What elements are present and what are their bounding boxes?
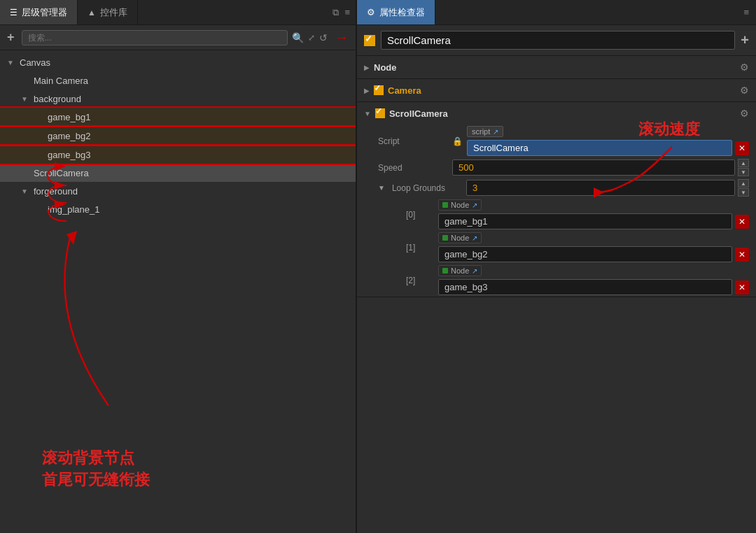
loop-index-0: [0]	[406, 210, 434, 220]
tree-arrow-background: ▼	[21, 95, 31, 103]
prop-loop-label: Loop Grounds	[392, 183, 462, 193]
loop-value-input-2[interactable]	[438, 279, 732, 295]
section-camera-gear[interactable]: ⚙	[740, 85, 749, 96]
speed-spin-up[interactable]: ▲	[738, 159, 749, 167]
tab-inspector[interactable]: ⚙ 属性检查器	[357, 0, 435, 24]
speed-value-input[interactable]	[452, 159, 735, 176]
tab-inspector-label: 属性检查器	[379, 6, 425, 19]
tree-item-canvas[interactable]: ▼ Canvas	[0, 53, 356, 71]
expand-icon[interactable]: ⤢	[308, 33, 315, 43]
loop-grounds-input[interactable]	[466, 180, 735, 196]
tree-label-bg3: game_bg3	[48, 150, 90, 160]
search-input[interactable]	[22, 30, 288, 45]
tree-label-img-plane: img_plane_1	[48, 204, 99, 215]
tab-hierarchy[interactable]: ☰ 层级管理器	[0, 0, 78, 24]
section-scrollcamera-header[interactable]: ▼ ScrollCamera ⚙	[357, 102, 756, 125]
node-dot-2	[442, 268, 448, 273]
tree-item-background[interactable]: ▼ background	[0, 90, 356, 108]
tree-label-scrollcamera: ScrollCamera	[34, 168, 89, 178]
loop-item-0-value: Node ↗ ✕	[438, 199, 749, 229]
node-badge-2: Node ↗	[438, 265, 482, 276]
prop-script: Script 🔒 script ↗ ✕	[357, 125, 756, 157]
tab-widgets-label: 控件库	[100, 6, 127, 19]
menu-icon[interactable]: ≡	[344, 7, 350, 17]
tree-label-maincamera: Main Camera	[34, 76, 88, 86]
loop-spin-buttons: ▲ ▼	[738, 179, 749, 197]
loop-item-1: [1] Node ↗ ✕	[357, 231, 756, 264]
loop-index-2: [2]	[406, 276, 434, 285]
loop-remove-button-0[interactable]: ✕	[735, 215, 749, 229]
tree-item-game-bg1[interactable]: game_bg1	[0, 108, 356, 126]
loop-item-2-value: Node ↗ ✕	[438, 265, 749, 295]
section-scrollcamera-arrow: ▼	[364, 110, 371, 118]
section-scrollcamera: ▼ ScrollCamera ⚙ Script 🔒 script ↗	[357, 102, 756, 297]
loop-value-input-1[interactable]	[438, 246, 732, 262]
node-name-input[interactable]	[381, 31, 735, 50]
tree-item-game-bg3[interactable]: game_bg3	[0, 145, 356, 164]
tree-label-forgeround: forgeround	[34, 186, 78, 197]
inspector-header: ⚙ 属性检查器 ≡	[357, 0, 756, 25]
prop-speed-value: ▲ ▼	[452, 159, 749, 176]
node-badge-link-2[interactable]: ↗	[472, 267, 477, 275]
script-badge: script ↗	[467, 126, 503, 137]
inspector-title-row: +	[357, 25, 756, 56]
section-node: ▶ Node ⚙	[357, 56, 756, 79]
prop-speed: Speed ▲ ▼	[357, 157, 756, 178]
inspector-gear-icon: ⚙	[367, 7, 375, 17]
search-icon[interactable]: 🔍	[292, 32, 304, 43]
script-value-input[interactable]	[467, 140, 732, 156]
node-enable-checkbox[interactable]	[364, 35, 375, 46]
prop-script-label: Script	[378, 136, 448, 146]
annotation-scrollbg: 滚动背景节点首尾可无缝衔接	[42, 448, 150, 491]
script-badge-label: script	[472, 127, 490, 136]
loop-remove-button-1[interactable]: ✕	[735, 248, 749, 262]
loop-spin-up[interactable]: ▲	[738, 179, 749, 187]
node-badge-link-1[interactable]: ↗	[472, 234, 477, 242]
node-badge-label-2: Node	[451, 266, 469, 275]
section-node-header[interactable]: ▶ Node ⚙	[357, 56, 756, 78]
tree-item-img-plane-1[interactable]: img_plane_1	[0, 200, 356, 218]
section-camera-arrow: ▶	[364, 87, 370, 94]
prop-loop-grounds: ▼ Loop Grounds ▲ ▼	[357, 178, 756, 198]
inspector-body: + ▶ Node ⚙ ▶ Camera ⚙	[357, 25, 756, 533]
loop-value-input-0[interactable]	[438, 213, 732, 229]
loop-remove-button-2[interactable]: ✕	[735, 280, 749, 294]
prop-loop-value: ▲ ▼	[466, 179, 749, 197]
section-scrollcamera-gear[interactable]: ⚙	[740, 108, 749, 119]
add-node-button[interactable]: +	[7, 30, 15, 45]
section-camera: ▶ Camera ⚙	[357, 79, 756, 102]
section-node-gear[interactable]: ⚙	[740, 62, 749, 73]
widgets-icon: ▲	[88, 8, 96, 17]
tree-item-scrollcamera[interactable]: ScrollCamera	[0, 164, 356, 182]
loop-arrow: ▼	[378, 184, 385, 192]
tree-label-canvas: Canvas	[20, 57, 50, 68]
loop-index-1: [1]	[406, 243, 434, 253]
refresh-icon[interactable]: ↺	[319, 32, 328, 43]
prop-speed-label: Speed	[378, 163, 448, 173]
section-camera-header[interactable]: ▶ Camera ⚙	[357, 79, 756, 101]
loop-item-0: [0] Node ↗ ✕	[357, 198, 756, 231]
prop-script-value: script ↗ ✕	[467, 126, 749, 156]
node-badge-link-0[interactable]: ↗	[472, 201, 477, 209]
node-dot-0	[442, 202, 448, 208]
tree-item-game-bg2[interactable]: game_bg2	[0, 127, 356, 145]
script-badge-link-icon[interactable]: ↗	[493, 128, 498, 136]
tree-item-forgeround[interactable]: ▼ forgeround	[0, 182, 356, 200]
arrow-indicator: →	[335, 29, 349, 45]
script-remove-button[interactable]: ✕	[735, 141, 749, 155]
tree-item-maincamera[interactable]: Main Camera	[0, 71, 356, 90]
tab-hierarchy-label: 层级管理器	[22, 6, 67, 19]
duplicate-icon[interactable]: ⧉	[332, 7, 339, 18]
tree-label-bg2: game_bg2	[48, 131, 90, 141]
inspector-menu-icon[interactable]: ≡	[743, 7, 749, 17]
inspector-add-button[interactable]: +	[741, 32, 749, 48]
scrollcamera-enable-checkbox[interactable]	[375, 108, 385, 118]
node-badge-0: Node ↗	[438, 199, 482, 211]
speed-spin-down[interactable]: ▼	[738, 168, 749, 176]
camera-enable-checkbox[interactable]	[374, 85, 384, 95]
section-camera-title: Camera	[388, 85, 421, 96]
hierarchy-icon: ☰	[10, 8, 18, 17]
speed-spin-buttons: ▲ ▼	[738, 159, 749, 176]
loop-spin-down[interactable]: ▼	[738, 188, 749, 197]
tab-widgets[interactable]: ▲ 控件库	[78, 0, 138, 24]
